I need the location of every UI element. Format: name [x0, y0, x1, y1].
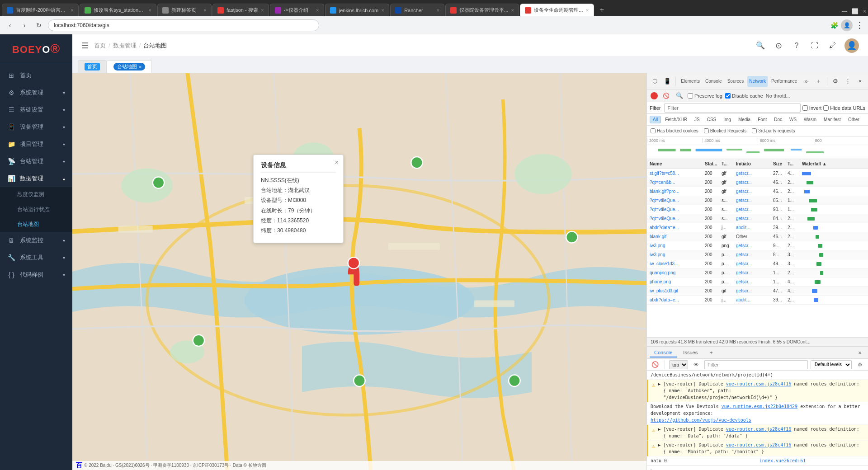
filter-type-font[interactable]: Font: [755, 116, 770, 123]
table-row[interactable]: ?qt=vtileQue...200s...getscr...85...1...: [647, 196, 868, 205]
sidebar-subitem-seismograph[interactable]: 烈度仪监测: [0, 187, 72, 202]
sidebar-item-project[interactable]: 📁 项目管理 ▾: [0, 136, 72, 153]
tab-close-8[interactable]: ×: [511, 7, 514, 14]
table-row[interactable]: iw_close1d3...200p...getscr...49...3...: [647, 259, 868, 268]
filter-type-img[interactable]: Img: [720, 116, 734, 123]
table-row[interactable]: iw_plus1d3.gif200gifgetscr...47...4...: [647, 287, 868, 296]
filter-input[interactable]: [664, 103, 800, 113]
devtools-add-tab-icon[interactable]: +: [813, 76, 823, 87]
help-icon-btn[interactable]: ?: [790, 39, 803, 52]
table-row[interactable]: blank.gif?pro...200gifgetscr...46...2...: [647, 187, 868, 196]
header-menu-icon[interactable]: ☰: [81, 41, 89, 51]
content-tab-map[interactable]: 台站地图 ×: [107, 60, 152, 73]
devtools-network-tab-btn[interactable]: Network: [747, 76, 768, 87]
tab-close-9[interactable]: ×: [586, 7, 589, 14]
tab-close-2[interactable]: ×: [148, 7, 151, 14]
map-tab-close-icon[interactable]: ×: [139, 64, 142, 70]
filter-type-manifest[interactable]: Manifest: [821, 116, 844, 123]
url-input[interactable]: localhost:7060/data/gis: [48, 19, 319, 31]
new-tab-button[interactable]: +: [597, 5, 608, 15]
filter-type-media[interactable]: Media: [735, 116, 754, 123]
table-row[interactable]: ?qt=vtileQue...200s...getscr...84...2...: [647, 214, 868, 223]
blocked-requests-checkbox[interactable]: [704, 128, 709, 133]
tab-8[interactable]: 仪器院设备管理云平... ×: [445, 4, 519, 16]
tab-close-6[interactable]: ×: [381, 7, 384, 14]
sidebar-item-sysmon[interactable]: 🖥 系统监控 ▾: [0, 232, 72, 249]
devtools-sources-tab-btn[interactable]: Sources: [726, 76, 746, 87]
tab-3[interactable]: 新建标签页 ×: [157, 4, 212, 16]
filter-type-doc[interactable]: Doc: [771, 116, 785, 123]
table-row[interactable]: st.gif?ts=c58... 200 gif getscr... 27...…: [647, 169, 868, 178]
third-party-label[interactable]: 3rd-party requests: [752, 128, 795, 133]
record-button[interactable]: [651, 92, 658, 99]
invert-label[interactable]: Invert: [802, 105, 822, 111]
devtools-close-icon[interactable]: ×: [855, 76, 865, 87]
console-link-3[interactable]: vue-router.esm.js28c4f16: [726, 427, 792, 432]
console-link-4[interactable]: vue-router.esm.js28c4f16: [726, 442, 792, 447]
third-party-checkbox[interactable]: [752, 128, 757, 133]
cell-name-0[interactable]: st.gif?ts=c58...: [649, 171, 703, 176]
browser-more-icon[interactable]: ⋮: [855, 20, 863, 30]
sidebar-item-tools[interactable]: 🔧 系统工具 ▾: [0, 249, 72, 266]
blocked-requests-label[interactable]: Blocked Requests: [704, 128, 747, 133]
disable-cache-checkbox[interactable]: [725, 93, 731, 99]
reload-button[interactable]: ↻: [33, 20, 44, 31]
vue-devtools-link[interactable]: https://github.com/vuejs/vue-devtools: [651, 418, 751, 423]
map-container[interactable]: × 设备信息 NN.SSSS(在线) 台站地址：湖北武汉 设备型号：MI3000…: [72, 73, 646, 470]
console-settings-icon[interactable]: ⚙: [854, 359, 865, 370]
tab-6[interactable]: jenkins.lbrich.com ×: [325, 4, 389, 16]
clear-network-button[interactable]: 🚫: [660, 90, 671, 101]
col-waterfall[interactable]: Waterfall ▲: [801, 161, 866, 166]
content-tab-home[interactable]: 首页: [78, 60, 107, 73]
profile-icon[interactable]: 👤: [841, 19, 853, 31]
console-filter-input[interactable]: [704, 360, 808, 369]
disable-cache-label[interactable]: Disable cache: [725, 93, 763, 99]
has-blocked-label[interactable]: Has blocked cookies: [651, 128, 698, 133]
console-input[interactable]: [656, 468, 864, 470]
filter-type-wasm[interactable]: Wasm: [801, 116, 820, 123]
add-console-tab-btn[interactable]: +: [706, 348, 717, 358]
devtools-elements-tab[interactable]: Elements: [679, 76, 702, 87]
table-row[interactable]: abdr?data=e...200j...abclit...39...2...: [647, 296, 868, 305]
tab-close-3[interactable]: ×: [203, 7, 207, 14]
sidebar-subitem-station-map[interactable]: 台站地图: [0, 217, 72, 232]
breadcrumb-home[interactable]: 首页: [94, 42, 106, 50]
invert-checkbox[interactable]: [802, 105, 808, 111]
table-row[interactable]: quanjing.png200p...getscr...1...2...: [647, 268, 868, 277]
tab-4[interactable]: fastjson - 搜索 ×: [212, 4, 269, 16]
filter-type-js[interactable]: JS: [691, 116, 703, 123]
table-row[interactable]: iw3.png200pnggetscr...9...2...: [647, 241, 868, 250]
devtools-device-icon[interactable]: 📱: [662, 76, 672, 87]
fullscreen-icon-btn[interactable]: ⛶: [808, 39, 821, 52]
console-tab-btn[interactable]: Console: [650, 348, 677, 357]
devtools-more-tabs[interactable]: »: [801, 76, 811, 87]
search-network-icon[interactable]: 🔍: [674, 90, 685, 101]
sidebar-item-data[interactable]: 📊 数据管理 ▴: [0, 170, 72, 187]
github-icon-btn[interactable]: ⊙: [772, 39, 785, 52]
filter-type-other[interactable]: Other: [845, 116, 863, 123]
devtools-inspect-icon[interactable]: ⬡: [650, 76, 660, 87]
tab-close-5[interactable]: ×: [316, 7, 319, 14]
cell-initiator-0[interactable]: getscr...: [735, 171, 771, 176]
col-status[interactable]: Stat...: [704, 161, 720, 166]
sidebar-item-system[interactable]: ⚙ 系统管理 ▾: [0, 84, 72, 101]
console-clear-icon[interactable]: 🚫: [650, 359, 660, 370]
console-link-1[interactable]: vue-router.esm.js28c4f16: [726, 381, 792, 386]
table-row[interactable]: abdr?data=e...200j...abclit...39...2...: [647, 223, 868, 232]
filter-type-all[interactable]: All: [650, 116, 661, 123]
table-row[interactable]: ?qt=cen&b...200gifgetscr...46...2...: [647, 178, 868, 187]
console-context-select[interactable]: top: [669, 360, 688, 369]
table-row[interactable]: ?qt=vtileQue...200s...getscr...90...1...: [647, 205, 868, 214]
map-popup-close-btn[interactable]: ×: [335, 159, 339, 166]
extensions-icon[interactable]: 🧩: [830, 22, 838, 29]
sidebar-item-station[interactable]: 📡 台站管理 ▾: [0, 153, 72, 170]
tab-close-1[interactable]: ×: [71, 7, 74, 14]
table-row[interactable]: iw3.png200p...getscr...8...3...: [647, 250, 868, 259]
devtools-performance-tab-btn[interactable]: Performance: [769, 76, 799, 87]
console-eye-icon[interactable]: 👁: [691, 359, 702, 370]
filter-type-fetch[interactable]: Fetch/XHR: [662, 116, 690, 123]
tab-close-4[interactable]: ×: [261, 7, 264, 14]
devtools-console-tab-btn[interactable]: Console: [703, 76, 724, 87]
preserve-log-label[interactable]: Preserve log: [688, 93, 722, 99]
sidebar-item-code[interactable]: { } 代码样例 ▾: [0, 266, 72, 283]
